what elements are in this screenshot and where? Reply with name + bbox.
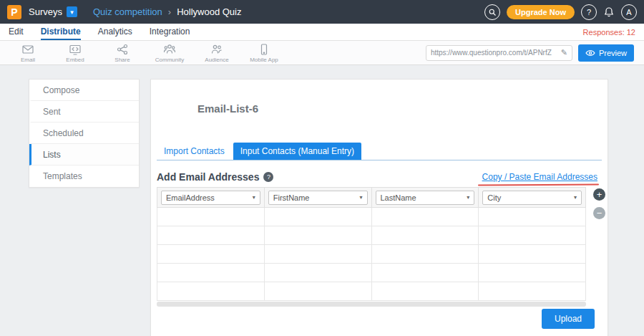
topbar-actions: Upgrade Now ? A — [484, 4, 637, 20]
share-icon — [116, 43, 129, 56]
help-icon[interactable]: ? — [581, 4, 597, 20]
contact-cell[interactable] — [264, 264, 371, 282]
contact-cell[interactable] — [157, 264, 265, 282]
notifications-bell-icon[interactable] — [603, 6, 615, 18]
chevron-down-icon: ▾ — [253, 194, 255, 201]
breadcrumb: Quiz competition › Hollywood Quiz — [93, 6, 242, 17]
channel-list: Email Embed Share — [10, 43, 282, 63]
column-select-city[interactable]: City ▾ — [482, 191, 582, 205]
row-controls: + − — [593, 188, 605, 219]
contacts-tabs: Import Contacts Input Contacts (Manual E… — [157, 143, 602, 160]
column-select-lastname[interactable]: LastName ▾ — [376, 191, 475, 205]
contact-cell[interactable] — [264, 245, 371, 264]
tab-input-contacts-manual[interactable]: Input Contacts (Manual Entry) — [233, 143, 361, 160]
tab-import-contacts[interactable]: Import Contacts — [157, 143, 232, 160]
surveys-product-menu[interactable]: Surveys ▾ — [29, 6, 77, 17]
table-row — [157, 208, 586, 226]
questionpro-app: P Surveys ▾ Quiz competition › Hollywood… — [0, 0, 644, 336]
section-title: Add Email Addresses — [157, 171, 259, 183]
contact-cell[interactable] — [371, 226, 479, 245]
survey-url-field[interactable]: https://www.questionpro.com/t/APNrfZ ✎ — [426, 45, 572, 61]
contact-cell[interactable] — [157, 282, 265, 301]
contact-cell[interactable] — [264, 208, 371, 226]
preview-button[interactable]: Preview — [578, 44, 634, 62]
contact-cell[interactable] — [157, 245, 265, 264]
channel-label: Embed — [66, 57, 84, 63]
breadcrumb-survey-link[interactable]: Quiz competition — [93, 6, 162, 17]
avatar[interactable]: A — [621, 4, 637, 20]
contact-cell[interactable] — [264, 226, 371, 245]
contacts-table: EmailAddress ▾ FirstName ▾ LastName ▾ — [157, 187, 586, 301]
contact-cell[interactable] — [264, 282, 371, 301]
chevron-down-icon: ▾ — [67, 6, 77, 17]
channel-label: Community — [155, 57, 184, 63]
copy-paste-emails-link[interactable]: Copy / Paste Email Addresses — [482, 172, 597, 182]
contact-cell[interactable] — [479, 282, 586, 301]
survey-url-text: https://www.questionpro.com/t/APNrfZ — [431, 49, 558, 57]
channel-embed[interactable]: Embed — [57, 43, 93, 63]
sidebar-item-compose[interactable]: Compose — [29, 80, 139, 101]
tab-analytics[interactable]: Analytics — [98, 24, 132, 40]
table-row — [157, 264, 586, 282]
channel-label: Mobile App — [250, 57, 278, 63]
contact-cell[interactable] — [157, 208, 265, 226]
channel-community[interactable]: Community — [152, 43, 187, 63]
contact-cell[interactable] — [479, 226, 586, 245]
channel-share[interactable]: Share — [104, 43, 140, 63]
product-label: Surveys — [29, 6, 62, 17]
breadcrumb-current: Hollywood Quiz — [177, 6, 241, 17]
table-row — [157, 245, 586, 264]
content-area: Compose Sent Scheduled Lists Templates E… — [0, 65, 644, 336]
chevron-down-icon: ▾ — [359, 194, 362, 201]
tab-distribute[interactable]: Distribute — [41, 24, 81, 40]
contact-cell[interactable] — [479, 264, 586, 282]
sidebar-item-sent[interactable]: Sent — [29, 101, 139, 123]
channel-label: Email — [21, 57, 35, 63]
remove-row-button[interactable]: − — [593, 207, 605, 219]
eye-icon — [585, 49, 595, 57]
contact-cell[interactable] — [479, 208, 586, 226]
responses-count[interactable]: Responses: 12 — [583, 28, 635, 37]
column-select-firstname[interactable]: FirstName ▾ — [268, 191, 368, 205]
page-title: Email-List-6 — [197, 102, 258, 115]
edit-url-icon[interactable]: ✎ — [561, 48, 567, 57]
preview-label: Preview — [599, 49, 627, 57]
distribute-toolbar: Email Embed Share — [0, 41, 644, 65]
contact-cell[interactable] — [479, 245, 586, 264]
add-row-button[interactable]: + — [593, 188, 605, 201]
table-row — [157, 282, 586, 301]
channel-audience[interactable]: Audience — [199, 43, 235, 63]
topbar: P Surveys ▾ Quiz competition › Hollywood… — [0, 0, 644, 24]
sidebar-item-scheduled[interactable]: Scheduled — [29, 123, 139, 144]
email-sidebar: Compose Sent Scheduled Lists Templates — [29, 79, 140, 188]
community-icon — [163, 43, 176, 56]
selected-column: City — [487, 193, 501, 202]
survey-section-nav: Edit Distribute Analytics Integration Re… — [0, 24, 644, 41]
embed-icon — [69, 43, 82, 56]
channel-email[interactable]: Email — [10, 43, 46, 63]
sidebar-item-lists[interactable]: Lists — [29, 144, 139, 165]
channel-label: Share — [114, 57, 130, 63]
tab-edit[interactable]: Edit — [9, 24, 24, 40]
column-select-email[interactable]: EmailAddress ▾ — [161, 191, 260, 205]
selected-column: LastName — [381, 193, 416, 202]
contact-cell[interactable] — [157, 226, 265, 245]
sidebar-item-templates[interactable]: Templates — [29, 165, 139, 187]
contact-cell[interactable] — [371, 245, 479, 264]
contact-cell[interactable] — [371, 208, 479, 226]
help-badge-icon[interactable]: ? — [263, 172, 273, 182]
tab-integration[interactable]: Integration — [150, 24, 190, 40]
horizontal-scrollbar[interactable] — [157, 302, 586, 307]
breadcrumb-separator: › — [168, 6, 171, 17]
questionpro-logo[interactable]: P — [7, 5, 21, 19]
channel-mobile-app[interactable]: Mobile App — [246, 43, 282, 63]
search-icon[interactable] — [484, 4, 500, 20]
survey-link-area: https://www.questionpro.com/t/APNrfZ ✎ P… — [426, 44, 634, 62]
chevron-down-icon: ▾ — [467, 194, 469, 201]
contact-cell[interactable] — [371, 264, 479, 282]
contact-cell[interactable] — [371, 282, 479, 301]
upload-button[interactable]: Upload — [542, 309, 595, 329]
column-header-row: EmailAddress ▾ FirstName ▾ LastName ▾ — [157, 188, 586, 208]
email-list-panel: Email-List-6 Import Contacts Input Conta… — [150, 79, 608, 336]
upgrade-now-button[interactable]: Upgrade Now — [507, 5, 575, 19]
